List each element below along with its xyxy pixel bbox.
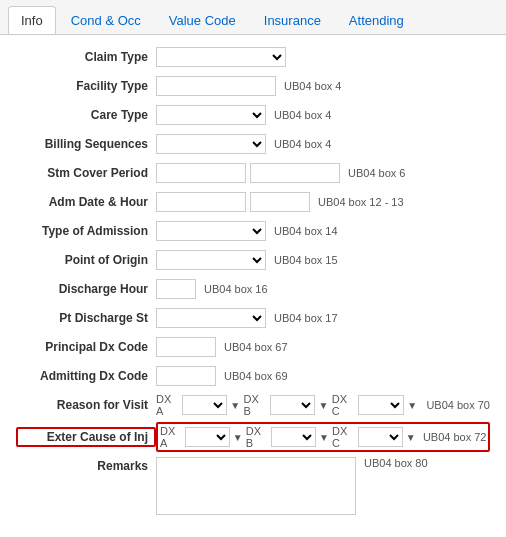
reason-visit-dxc-label: DX C [332,393,356,417]
facility-type-input[interactable] [156,76,276,96]
billing-sequences-row: Billing Sequences UB04 box 4 [16,132,490,156]
reason-visit-dxb-select[interactable] [270,395,316,415]
adm-date-hour-ub: UB04 box 12 - 13 [318,196,404,208]
facility-type-ub: UB04 box 4 [284,80,341,92]
tab-cond-occ[interactable]: Cond & Occ [58,6,154,34]
claim-type-select[interactable] [156,47,286,67]
exter-cause-of-inj-controls: DX A ▼ DX B ▼ DX C ▼ UB04 box 72 [156,422,490,452]
discharge-hour-controls: UB04 box 16 [156,279,490,299]
billing-sequences-controls: UB04 box 4 [156,134,490,154]
reason-visit-dx-group: DX A ▼ DX B ▼ DX C ▼ [156,393,418,417]
discharge-hour-input[interactable] [156,279,196,299]
admitting-dx-code-row: Admitting Dx Code UB04 box 69 [16,364,490,388]
claim-type-controls [156,47,490,67]
tab-value-code[interactable]: Value Code [156,6,249,34]
principal-dx-code-label: Principal Dx Code [16,340,156,354]
adm-date-hour-label: Adm Date & Hour [16,195,156,209]
remarks-row: Remarks UB04 box 80 [16,457,490,515]
tab-bar: Info Cond & Occ Value Code Insurance Att… [0,0,506,35]
reason-visit-dxc-arrow[interactable]: ▼ [406,400,419,411]
billing-sequences-label: Billing Sequences [16,137,156,151]
stm-cover-period-row: Stm Cover Period UB04 box 6 [16,161,490,185]
exter-cause-dxb-label: DX B [246,425,269,449]
care-type-ub: UB04 box 4 [274,109,331,121]
facility-type-label: Facility Type [16,79,156,93]
remarks-ub: UB04 box 80 [364,457,428,469]
admitting-dx-code-input[interactable] [156,366,216,386]
adm-date-hour-row: Adm Date & Hour UB04 box 12 - 13 [16,190,490,214]
adm-date-input[interactable] [156,192,246,212]
tab-attending[interactable]: Attending [336,6,417,34]
stm-period-group [156,163,340,183]
exter-cause-dxc-label: DX C [332,425,355,449]
exter-cause-dxc-select[interactable] [358,427,403,447]
exter-cause-of-inj-ub: UB04 box 72 [423,431,487,443]
remarks-textarea[interactable] [156,457,356,515]
type-of-admission-row: Type of Admission UB04 box 14 [16,219,490,243]
type-of-admission-label: Type of Admission [16,224,156,238]
tab-insurance[interactable]: Insurance [251,6,334,34]
stm-cover-from-input[interactable] [156,163,246,183]
admitting-dx-code-ub: UB04 box 69 [224,370,288,382]
tab-info[interactable]: Info [8,6,56,34]
stm-cover-period-label: Stm Cover Period [16,166,156,180]
point-of-origin-select[interactable] [156,250,266,270]
principal-dx-code-ub: UB04 box 67 [224,341,288,353]
billing-sequences-ub: UB04 box 4 [274,138,331,150]
claim-type-row: Claim Type [16,45,490,69]
care-type-label: Care Type [16,108,156,122]
stm-cover-period-controls: UB04 box 6 [156,163,490,183]
remarks-controls: UB04 box 80 [156,457,490,515]
pt-discharge-st-controls: UB04 box 17 [156,308,490,328]
stm-cover-period-ub: UB04 box 6 [348,167,405,179]
exter-cause-dxa-label: DX A [160,425,182,449]
reason-visit-dxb-label: DX B [244,393,267,417]
exter-cause-of-inj-label: Exter Cause of Inj [16,427,156,447]
reason-visit-dxb-arrow[interactable]: ▼ [317,400,330,411]
point-of-origin-controls: UB04 box 15 [156,250,490,270]
care-type-row: Care Type UB04 box 4 [16,103,490,127]
reason-for-visit-ub: UB04 box 70 [426,399,490,411]
exter-cause-dxb-select[interactable] [271,427,316,447]
discharge-hour-row: Discharge Hour UB04 box 16 [16,277,490,301]
stm-cover-to-input[interactable] [250,163,340,183]
reason-for-visit-controls: DX A ▼ DX B ▼ DX C ▼ UB04 box 70 [156,393,490,417]
type-of-admission-select[interactable] [156,221,266,241]
exter-cause-dx-group: DX A ▼ DX B ▼ DX C ▼ UB04 box 72 [156,422,490,452]
type-of-admission-ub: UB04 box 14 [274,225,338,237]
billing-sequences-select[interactable] [156,134,266,154]
adm-date-hour-controls: UB04 box 12 - 13 [156,192,490,212]
point-of-origin-row: Point of Origin UB04 box 15 [16,248,490,272]
reason-for-visit-row: Reason for Visit DX A ▼ DX B ▼ DX C ▼ UB… [16,393,490,417]
reason-visit-dxa-label: DX A [156,393,179,417]
reason-visit-dxa-arrow[interactable]: ▼ [229,400,242,411]
reason-visit-dxc-select[interactable] [358,395,404,415]
reason-visit-dxa-select[interactable] [182,395,228,415]
form-area: Claim Type Facility Type UB04 box 4 Care… [0,35,506,530]
pt-discharge-st-ub: UB04 box 17 [274,312,338,324]
exter-cause-dxa-arrow[interactable]: ▼ [232,432,244,443]
pt-discharge-st-label: Pt Discharge St [16,311,156,325]
admitting-dx-code-controls: UB04 box 69 [156,366,490,386]
exter-cause-dxb-arrow[interactable]: ▼ [318,432,330,443]
type-of-admission-controls: UB04 box 14 [156,221,490,241]
claim-type-label: Claim Type [16,50,156,64]
discharge-hour-label: Discharge Hour [16,282,156,296]
remarks-label: Remarks [16,457,156,473]
point-of-origin-label: Point of Origin [16,253,156,267]
exter-cause-dxc-arrow[interactable]: ▼ [405,432,417,443]
adm-hour-input[interactable] [250,192,310,212]
principal-dx-code-row: Principal Dx Code UB04 box 67 [16,335,490,359]
principal-dx-code-controls: UB04 box 67 [156,337,490,357]
pt-discharge-st-select[interactable] [156,308,266,328]
pt-discharge-st-row: Pt Discharge St UB04 box 17 [16,306,490,330]
care-type-select[interactable] [156,105,266,125]
reason-for-visit-label: Reason for Visit [16,398,156,412]
facility-type-row: Facility Type UB04 box 4 [16,74,490,98]
facility-type-controls: UB04 box 4 [156,76,490,96]
care-type-controls: UB04 box 4 [156,105,490,125]
exter-cause-dxa-select[interactable] [185,427,230,447]
admitting-dx-code-label: Admitting Dx Code [16,369,156,383]
principal-dx-code-input[interactable] [156,337,216,357]
exter-cause-of-inj-row: Exter Cause of Inj DX A ▼ DX B ▼ DX C ▼ … [16,422,490,452]
